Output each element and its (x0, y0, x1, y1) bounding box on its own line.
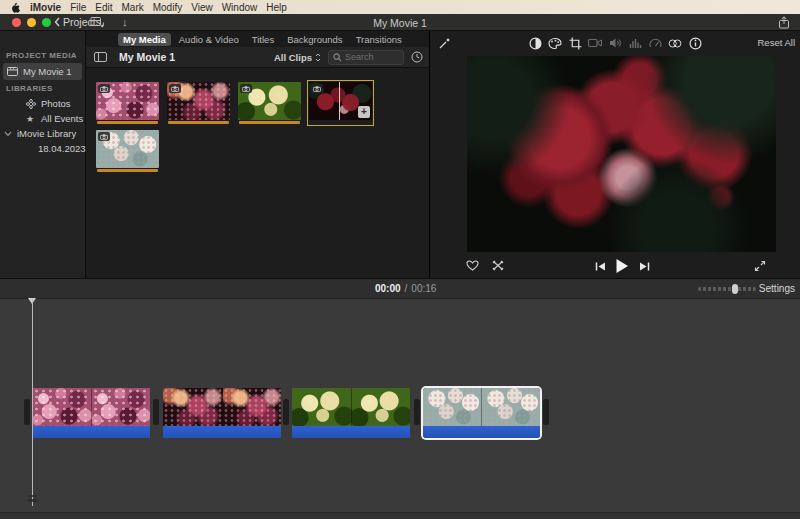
share-icon[interactable] (778, 16, 790, 29)
viewer-toolbar: Reset All (430, 31, 800, 55)
media-clip-dark-red-roses[interactable]: + (309, 82, 372, 124)
clip-duration-icon[interactable] (411, 51, 423, 63)
search-field[interactable] (328, 50, 404, 65)
timeline-clip-white-blossoms[interactable] (423, 388, 540, 438)
clip-video-frames (423, 388, 540, 426)
color-correction-palette-icon[interactable] (548, 36, 562, 50)
tab-backgrounds[interactable]: Backgrounds (282, 33, 347, 46)
trim-handle[interactable] (543, 399, 549, 425)
menu-file[interactable]: File (70, 2, 86, 13)
clip-filter-dropdown[interactable]: All Clips (274, 52, 321, 63)
auto-enhance-wand-icon[interactable] (437, 36, 451, 50)
menu-edit[interactable]: Edit (95, 2, 112, 13)
window-title-bar: Projects ↓ My Movie 1 (0, 14, 800, 31)
tab-my-media[interactable]: My Media (118, 33, 171, 46)
menu-bar: iMovie File Edit Mark Modify View Window… (0, 0, 800, 14)
clip-frame (163, 388, 222, 426)
volume-icon[interactable] (608, 36, 622, 50)
crop-icon[interactable] (568, 36, 582, 50)
clapperboard-icon (7, 67, 18, 76)
sidebar: PROJECT MEDIA My Movie 1 LIBRARIES Photo… (0, 31, 86, 278)
browser-header: My Movie 1 All Clips (86, 47, 429, 68)
media-thumbnail-grid: + (86, 68, 426, 172)
media-clip-pink-blossoms[interactable] (96, 82, 159, 124)
clip-audio-waveform (163, 426, 281, 438)
sidebar-item-event-date[interactable]: 18.04.2023 (0, 141, 85, 156)
stabilization-camera-icon[interactable] (588, 36, 602, 50)
chevron-up-down-icon (315, 53, 321, 62)
color-balance-icon[interactable] (528, 36, 542, 50)
noise-reduction-icon[interactable] (628, 36, 642, 50)
fullscreen-button[interactable] (42, 18, 51, 27)
timeline-scrollbar-area[interactable] (0, 512, 800, 519)
timeline[interactable] (0, 299, 800, 519)
media-clip-yellow-lilies[interactable] (238, 82, 301, 124)
menu-modify[interactable]: Modify (153, 2, 182, 13)
speed-icon[interactable] (648, 36, 662, 50)
play-button-icon[interactable] (615, 258, 629, 274)
timeline-clip-yellow-lilies[interactable] (292, 388, 410, 438)
camera-badge-icon (240, 84, 252, 93)
menu-imovie[interactable]: iMovie (30, 2, 61, 13)
tab-titles[interactable]: Titles (247, 33, 279, 46)
used-in-project-bar (97, 121, 158, 124)
media-clip-white-blossoms[interactable] (96, 130, 159, 172)
clip-frame (351, 388, 411, 426)
timecode: 00:00 / 00:16 (375, 283, 436, 294)
trim-handle[interactable] (153, 399, 159, 425)
trim-handle[interactable] (24, 399, 30, 425)
clip-frame (481, 388, 540, 426)
playback-controls (430, 254, 800, 279)
effects-icon[interactable] (668, 36, 682, 50)
apple-menu-icon[interactable] (10, 2, 21, 13)
trim-handle[interactable] (414, 399, 420, 425)
libraries-header: LIBRARIES (6, 84, 85, 93)
reject-x-icon[interactable] (492, 260, 504, 271)
timeline-clip-pink-blossoms[interactable] (33, 388, 150, 438)
fullscreen-expand-icon[interactable] (754, 260, 766, 272)
info-icon[interactable] (688, 36, 702, 50)
sidebar-toggle-icon[interactable] (94, 52, 107, 62)
media-clip-sunset-blossoms[interactable] (167, 82, 230, 124)
browser-title: My Movie 1 (119, 51, 175, 63)
camera-badge-icon (311, 84, 323, 93)
search-input[interactable] (345, 52, 399, 62)
trim-handle[interactable] (283, 399, 289, 425)
reset-all-button[interactable]: Reset All (758, 37, 796, 48)
menu-window[interactable]: Window (222, 2, 258, 13)
clip-audio-waveform (423, 426, 540, 438)
sidebar-item-photos[interactable]: Photos (0, 96, 85, 111)
timeline-zoom-slider[interactable] (698, 287, 756, 291)
close-button[interactable] (12, 18, 21, 27)
timeline-settings-button[interactable]: Settings (759, 283, 795, 294)
disclosure-chevron-icon[interactable] (4, 131, 12, 137)
camera-badge-icon (98, 132, 110, 141)
tab-transitions[interactable]: Transitions (351, 33, 407, 46)
sidebar-item-imovie-library[interactable]: iMovie Library (0, 126, 85, 141)
star-icon: ★ (26, 114, 34, 124)
clip-audio-waveform (292, 426, 410, 438)
menu-help[interactable]: Help (266, 2, 287, 13)
next-frame-icon[interactable] (639, 261, 650, 272)
menu-mark[interactable]: Mark (121, 2, 143, 13)
sidebar-item-all-events[interactable]: ★ All Events (0, 111, 85, 126)
sidebar-item-my-movie[interactable]: My Movie 1 (3, 63, 82, 80)
clip-frame (423, 388, 481, 426)
favorite-heart-icon[interactable] (466, 260, 479, 271)
tab-audio-video[interactable]: Audio & Video (174, 33, 244, 46)
used-in-project-bar (97, 169, 158, 172)
viewer-stage (430, 56, 800, 254)
playhead-line[interactable] (32, 299, 33, 506)
zoom-slider-thumb[interactable] (732, 284, 738, 294)
timeline-clip-sunset-blossoms[interactable] (163, 388, 281, 438)
time-separator: / (405, 283, 408, 294)
clip-video-frames (163, 388, 281, 426)
minimize-button[interactable] (27, 18, 36, 27)
menu-view[interactable]: View (191, 2, 213, 13)
previous-frame-icon[interactable] (595, 261, 606, 272)
timeline-header: 00:00 / 00:16 Settings (0, 278, 800, 299)
media-tab-bar: My Media Audio & Video Titles Background… (86, 31, 429, 47)
media-browser-icon[interactable] (90, 16, 105, 28)
import-media-icon[interactable]: ↓ (122, 16, 128, 28)
add-to-timeline-button[interactable]: + (358, 106, 370, 118)
